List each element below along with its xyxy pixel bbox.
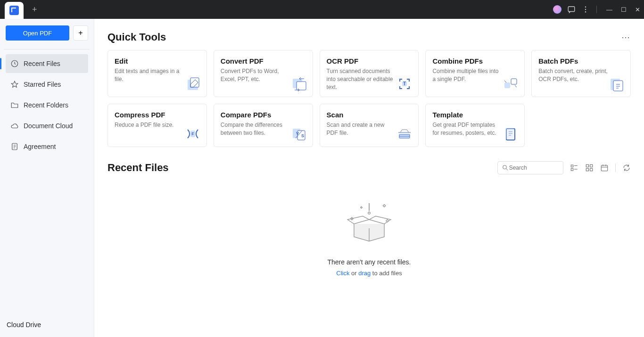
sidebar-item-label: Recent Files [24, 60, 60, 67]
tool-title: Scan [327, 111, 412, 119]
svg-rect-32 [601, 165, 608, 171]
sidebar-item-document-cloud[interactable]: Document Cloud [6, 116, 88, 135]
svg-rect-28 [586, 165, 588, 167]
tool-title: Compare PDFs [221, 111, 306, 119]
empty-box-icon [343, 198, 395, 250]
svg-text:S: S [301, 133, 304, 138]
svg-point-2 [585, 9, 586, 10]
template-icon [503, 126, 519, 142]
svg-rect-12 [504, 82, 510, 88]
sidebar-item-label: Agreement [24, 143, 56, 150]
tool-card-edit[interactable]: EditEdit texts and images in a file. [107, 50, 207, 97]
tool-card-ocr[interactable]: OCR PDFTurn scanned documents into searc… [320, 50, 419, 97]
svg-rect-26 [571, 165, 573, 167]
tool-card-batch[interactable]: Batch PDFsBatch convert, create, print, … [531, 50, 631, 97]
convert-icon [291, 76, 307, 92]
tool-desc: Combine multiple files into a single PDF… [432, 67, 503, 83]
tool-title: OCR PDF [327, 57, 412, 65]
tool-title: Template [432, 111, 518, 119]
svg-rect-24 [505, 128, 514, 139]
empty-drag-link[interactable]: drag [358, 270, 371, 277]
ocr-icon: T [396, 76, 413, 92]
edit-icon [185, 76, 201, 92]
maximize-button[interactable]: ☐ [621, 6, 627, 13]
tool-desc: Turn scanned documents into searchable o… [327, 67, 397, 91]
new-tab-button[interactable]: + [32, 5, 37, 15]
sidebar-item-starred-files[interactable]: Starred Files [6, 75, 88, 94]
titlebar: + — ☐ ✕ [0, 0, 644, 19]
empty-sub-text: Click or drag to add files [336, 270, 402, 277]
svg-rect-15 [613, 81, 623, 91]
combine-icon [503, 76, 519, 92]
calendar-view-icon[interactable] [600, 164, 609, 172]
sidebar-item-label: Recent Folders [24, 101, 68, 109]
svg-point-3 [585, 11, 586, 12]
new-file-button[interactable]: + [73, 25, 88, 41]
tool-card-compare[interactable]: Compare PDFsCompare the differences betw… [214, 104, 313, 147]
sidebar-item-label: Starred Files [24, 81, 61, 88]
home-tab[interactable] [5, 2, 24, 19]
cloud-drive-section[interactable]: Cloud Drive [6, 319, 88, 330]
search-icon [502, 164, 509, 172]
minimize-button[interactable]: — [606, 6, 612, 13]
tool-desc: Edit texts and images in a file. [115, 67, 185, 83]
search-box[interactable] [497, 161, 563, 174]
tool-title: Convert PDF [221, 57, 306, 65]
sidebar-item-label: Document Cloud [24, 122, 73, 130]
sidebar-item-recent-files[interactable]: Recent Files [6, 54, 88, 73]
tool-card-combine[interactable]: Combine PDFsCombine multiple files into … [425, 50, 525, 97]
quick-tools-title: Quick Tools [107, 31, 166, 43]
search-input[interactable] [509, 164, 559, 171]
svg-point-25 [503, 165, 507, 169]
scan-icon [396, 126, 413, 142]
svg-text:T: T [403, 81, 406, 86]
open-pdf-button[interactable]: Open PDF [6, 25, 69, 41]
doc-icon [10, 142, 19, 151]
sidebar-item-agreement[interactable]: Agreement [6, 137, 88, 156]
app-logo-icon [9, 6, 19, 15]
svg-rect-31 [590, 169, 593, 171]
svg-text:F: F [191, 132, 194, 136]
svg-rect-27 [571, 169, 573, 171]
quick-tools-more-icon[interactable]: ⋯ [621, 32, 631, 42]
empty-state: There aren't any recent files. Click or … [107, 184, 631, 277]
empty-click-link[interactable]: Click [336, 270, 349, 277]
svg-point-1 [585, 7, 586, 8]
tool-desc: Get great PDF templates for resumes, pos… [432, 121, 503, 137]
compare-icon: VS [291, 126, 307, 142]
feedback-icon[interactable] [567, 5, 576, 14]
svg-rect-30 [586, 169, 588, 171]
tool-card-scan[interactable]: ScanScan and create a new PDF file. [320, 104, 419, 147]
compress-icon: F [185, 126, 201, 142]
tool-desc: Scan and create a new PDF file. [327, 121, 397, 137]
svg-rect-13 [511, 79, 517, 84]
tool-desc: Compare the differences between two file… [221, 121, 291, 137]
sidebar-item-recent-folders[interactable]: Recent Folders [6, 96, 88, 115]
batch-icon [609, 76, 625, 92]
svg-rect-29 [590, 165, 593, 167]
empty-main-text: There aren't any recent files. [328, 258, 411, 266]
folder-icon [10, 101, 19, 109]
close-button[interactable]: ✕ [635, 6, 640, 13]
tool-card-convert[interactable]: Convert PDFConvert PDFs to Word, Excel, … [214, 50, 313, 97]
svg-point-33 [368, 212, 371, 214]
tool-card-template[interactable]: TemplateGet great PDF templates for resu… [425, 104, 525, 147]
tool-desc: Reduce a PDF file size. [115, 121, 185, 129]
tool-title: Combine PDFs [432, 57, 518, 65]
star-icon [10, 80, 19, 89]
tool-title: Compress PDF [115, 111, 200, 119]
main-content: Quick Tools ⋯ EditEdit texts and images … [94, 19, 644, 337]
recent-files-title: Recent Files [107, 162, 169, 174]
svg-rect-0 [568, 7, 575, 12]
tool-card-compress[interactable]: Compress PDFReduce a PDF file size.F [107, 104, 207, 147]
grid-view-icon[interactable] [585, 164, 594, 172]
kebab-menu-icon[interactable] [581, 5, 590, 14]
tool-desc: Batch convert, create, print, OCR PDFs, … [538, 67, 609, 83]
refresh-icon[interactable] [622, 164, 631, 172]
sidebar: Open PDF + Recent FilesStarred FilesRece… [0, 19, 94, 337]
avatar-icon[interactable] [553, 5, 561, 14]
list-view-icon[interactable] [570, 164, 578, 172]
tool-desc: Convert PDFs to Word, Excel, PPT, etc. [221, 67, 291, 83]
tool-title: Edit [115, 57, 200, 65]
clock-icon [10, 59, 19, 68]
